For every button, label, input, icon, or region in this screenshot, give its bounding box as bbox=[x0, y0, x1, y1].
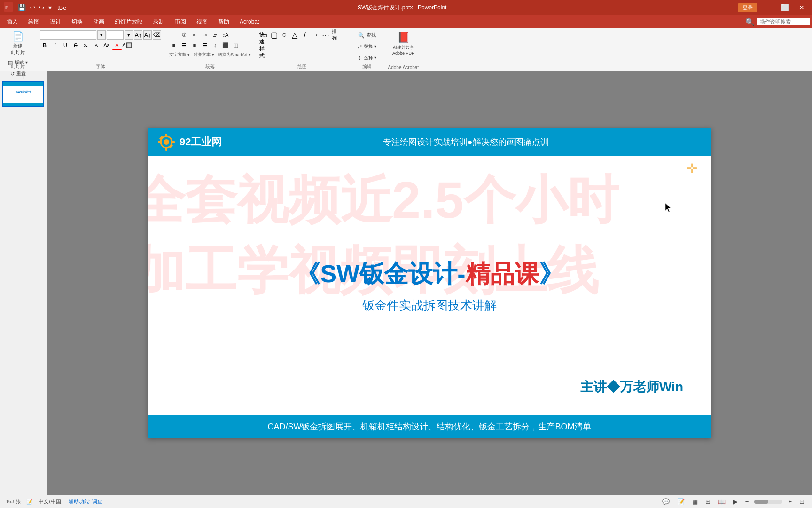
restore-button[interactable]: ⬜ bbox=[778, 3, 791, 12]
logo-gear-icon bbox=[157, 133, 176, 151]
font-row2: B I U S x₂ A Aa A A🔲 bbox=[40, 40, 132, 50]
comments-button[interactable]: 💬 bbox=[660, 497, 671, 506]
replace-button[interactable]: ⇄ 替换 ▾ bbox=[353, 41, 381, 52]
notes-button[interactable]: 📝 bbox=[675, 497, 687, 506]
fontcase-button[interactable]: Aa bbox=[102, 40, 111, 50]
arrange-button[interactable]: 排列 bbox=[331, 30, 341, 40]
text-options-row: 文字方向 ▾ 对齐文本 ▾ 转换为SmartArt ▾ bbox=[169, 52, 251, 58]
find-button[interactable]: 🔍 查找 bbox=[353, 30, 381, 40]
menu-acrobat[interactable]: Acrobat bbox=[235, 16, 264, 27]
slide-panel: 1 《SW钣金设计》 bbox=[0, 71, 47, 495]
menu-draw[interactable]: 绘图 bbox=[23, 16, 44, 28]
create-pdf-button[interactable]: 📕 创建并共享 Adobe PDF bbox=[389, 30, 418, 56]
clear-format-button[interactable]: ⌫ bbox=[153, 30, 161, 40]
ribbon-group-editing: 🔍 查找 ⇄ 替换 ▾ ⊹ 选择 ▾ 编辑 bbox=[349, 30, 385, 71]
line-spacing-button[interactable]: ↕ bbox=[211, 40, 220, 50]
font-group-label: 字体 bbox=[36, 64, 165, 70]
menu-transitions[interactable]: 切换 bbox=[67, 16, 87, 28]
increase-indent-button[interactable]: ⇥ bbox=[200, 30, 210, 40]
reading-view-button[interactable]: 📖 bbox=[716, 497, 727, 506]
shape-oval[interactable]: ○ bbox=[280, 30, 289, 40]
shape-more[interactable]: ⋯ bbox=[321, 30, 330, 40]
slide-sorter-button[interactable]: ⊞ bbox=[703, 497, 712, 506]
editing-row1: 🔍 查找 bbox=[353, 30, 381, 40]
language-label: 中文(中国) bbox=[39, 498, 62, 505]
qa-redo[interactable]: ↪ bbox=[37, 3, 47, 12]
smartart-button[interactable]: ⬛ bbox=[221, 40, 230, 50]
font-name-input[interactable] bbox=[40, 30, 96, 40]
fit-slide-button[interactable]: ⊡ bbox=[797, 497, 806, 506]
menu-view[interactable]: 视图 bbox=[192, 16, 212, 28]
slide-footer-banner: CAD/SW钣金拆图展开、机箱机柜结构设计、结构优化、钣金工艺拆分，生产BOM清… bbox=[148, 415, 711, 438]
bold-button[interactable]: B bbox=[40, 40, 49, 50]
qa-undo[interactable]: ↩ bbox=[28, 3, 37, 12]
title-highlight: 精品课 bbox=[466, 260, 539, 287]
qa-menu[interactable]: ▾ bbox=[47, 3, 54, 12]
font-name-dropdown[interactable]: ▾ bbox=[97, 30, 106, 40]
normal-view-button[interactable]: ▦ bbox=[690, 497, 700, 506]
reset-button[interactable]: ↺ 重置 bbox=[4, 69, 32, 79]
close-button[interactable]: ✕ bbox=[795, 3, 808, 12]
status-left: 163 张 📝 中文(中国) 辅助功能: 调查 bbox=[6, 498, 102, 505]
select-button[interactable]: ⊹ 选择 ▾ bbox=[353, 53, 381, 63]
font-size-dropdown[interactable]: ▾ bbox=[125, 30, 133, 40]
shape-line[interactable]: / bbox=[300, 30, 310, 40]
slide-count: 163 张 bbox=[6, 498, 21, 505]
svg-rect-4 bbox=[165, 134, 167, 137]
shape-rounded-rect[interactable]: ▢ bbox=[269, 30, 279, 40]
menu-insert[interactable]: 插入 bbox=[2, 16, 23, 28]
slide-title-text: 《SW钣金设计-精品课》 bbox=[242, 258, 617, 291]
justify-button[interactable]: ☰ bbox=[200, 40, 210, 50]
align-center-button[interactable]: ☰ bbox=[180, 40, 189, 50]
slideshow-button[interactable]: ▶ bbox=[731, 497, 740, 506]
decrease-font-button[interactable]: A↓ bbox=[143, 30, 152, 40]
main-slide[interactable]: 92工业网 专注绘图设计实战培训●解决您的画图痛点训 全套视频近2.5个小时 加… bbox=[148, 128, 711, 438]
new-slide-button[interactable]: 📄 新建 幻灯片 bbox=[8, 30, 28, 56]
menu-review[interactable]: 审阅 bbox=[170, 16, 191, 28]
slide-thumbnail[interactable]: 《SW钣金设计》 bbox=[2, 81, 44, 107]
menu-slideshow[interactable]: 幻灯片放映 bbox=[110, 16, 148, 28]
zoom-slider[interactable] bbox=[754, 500, 782, 504]
text-direction-button[interactable]: ↕A bbox=[221, 30, 230, 40]
italic-button[interactable]: I bbox=[50, 40, 60, 50]
menu-animations[interactable]: 动画 bbox=[88, 16, 109, 28]
title-part2: 》 bbox=[539, 260, 563, 287]
underline-button[interactable]: U bbox=[61, 40, 70, 50]
menu-design[interactable]: 设计 bbox=[45, 16, 66, 28]
quick-styles-button[interactable]: 快速样式 bbox=[259, 40, 268, 50]
menu-record[interactable]: 录制 bbox=[148, 16, 169, 28]
align-left-button[interactable]: ≡ bbox=[169, 40, 179, 50]
search-input[interactable] bbox=[760, 19, 807, 24]
strikethrough-button[interactable]: S bbox=[71, 40, 80, 50]
menu-help[interactable]: 帮助 bbox=[213, 16, 234, 28]
font-shadow-button[interactable]: A🔲 bbox=[123, 40, 132, 50]
app-main: 1 《SW钣金设计》 bbox=[0, 71, 812, 495]
menu-bar: 插入 绘图 设计 切换 动画 幻灯片放映 录制 审阅 视图 帮助 Acrobat… bbox=[0, 15, 812, 28]
font-size-input[interactable]: 29 bbox=[107, 30, 124, 40]
qa-save[interactable]: 💾 bbox=[16, 3, 28, 12]
search-box[interactable] bbox=[757, 18, 810, 25]
minimize-button[interactable]: ─ bbox=[761, 3, 774, 12]
bullets-button[interactable]: ≡ bbox=[169, 30, 179, 40]
convert-smartart-button[interactable]: ◫ bbox=[231, 40, 241, 50]
align-right-button[interactable]: ≡ bbox=[190, 40, 199, 50]
language-indicator: 📝 bbox=[26, 499, 33, 505]
subscript-button[interactable]: x₂ bbox=[81, 40, 91, 50]
columns-button[interactable]: ⫻ bbox=[211, 30, 220, 40]
superscript-button[interactable]: A bbox=[92, 40, 101, 50]
decrease-indent-button[interactable]: ⇤ bbox=[190, 30, 199, 40]
ribbon-group-acrobat: 📕 创建并共享 Adobe PDF Adobe Acrobat bbox=[385, 30, 422, 71]
numbering-button[interactable]: ① bbox=[180, 30, 189, 40]
increase-font-button[interactable]: A↑ bbox=[134, 30, 142, 40]
ribbon-group-font: ▾ 29 ▾ A↑ A↓ ⌫ B I U S x₂ A Aa A A🔲 字体 bbox=[36, 30, 165, 71]
login-button[interactable]: 登录 bbox=[738, 3, 757, 12]
slide-area[interactable]: 92工业网 专注绘图设计实战培训●解决您的画图痛点训 全套视频近2.5个小时 加… bbox=[47, 71, 812, 495]
select-label: 选择 ▾ bbox=[364, 55, 377, 61]
zoom-out-button[interactable]: − bbox=[743, 497, 751, 506]
font-color-button[interactable]: A bbox=[112, 40, 122, 50]
shape-triangle[interactable]: △ bbox=[290, 30, 299, 40]
shapes-row: ▭ ▢ ○ △ / → ⋯ 排列 快速样式 bbox=[259, 30, 344, 50]
search-icon: 🔍 bbox=[745, 17, 755, 26]
zoom-in-button[interactable]: + bbox=[786, 497, 794, 506]
shape-arrow[interactable]: → bbox=[311, 30, 320, 40]
